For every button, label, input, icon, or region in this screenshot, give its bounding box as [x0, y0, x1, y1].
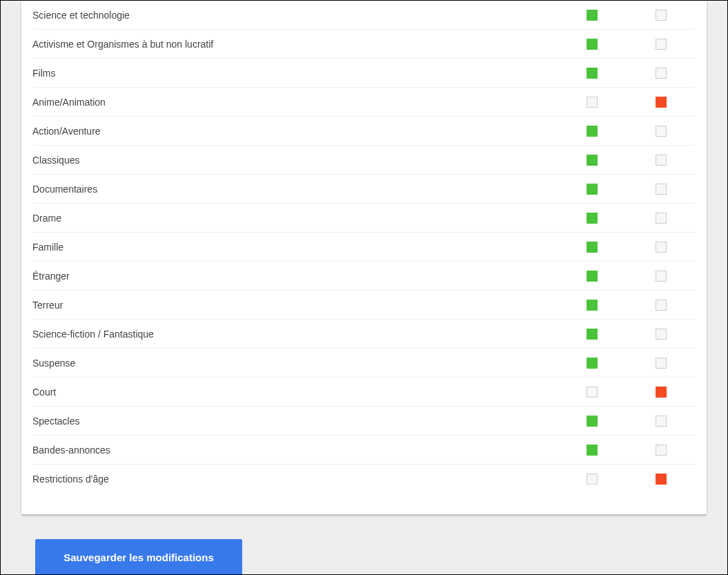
deny-column [627, 68, 696, 79]
allow-column [558, 387, 627, 398]
deny-checkbox[interactable] [656, 39, 667, 50]
category-row: Famille [32, 233, 696, 262]
allow-column [558, 213, 627, 224]
deny-column [627, 358, 696, 369]
allow-column [558, 271, 627, 282]
category-row: Étranger [32, 262, 696, 291]
deny-column [627, 271, 696, 282]
allow-checkbox[interactable] [587, 155, 598, 166]
allow-checkbox[interactable] [587, 445, 598, 456]
category-label: Court [32, 387, 558, 398]
category-label: Famille [32, 242, 558, 253]
allow-checkbox[interactable] [587, 184, 598, 195]
category-row: Court [32, 378, 696, 407]
deny-checkbox[interactable] [656, 271, 667, 282]
allow-column [558, 97, 627, 108]
deny-checkbox[interactable] [656, 97, 667, 108]
deny-column [627, 474, 696, 485]
categories-panel: Science et technologieActivisme et Organ… [21, 1, 707, 514]
category-label: Suspense [32, 358, 558, 369]
deny-checkbox[interactable] [656, 474, 667, 485]
deny-checkbox[interactable] [656, 213, 667, 224]
category-row: Science-fiction / Fantastique [32, 320, 696, 349]
deny-checkbox[interactable] [656, 184, 667, 195]
allow-column [558, 68, 627, 79]
allow-column [558, 10, 627, 21]
deny-column [627, 242, 696, 253]
deny-checkbox[interactable] [656, 155, 667, 166]
deny-checkbox[interactable] [656, 126, 667, 137]
category-row: Terreur [32, 291, 696, 320]
deny-column [627, 39, 696, 50]
deny-checkbox[interactable] [656, 358, 667, 369]
deny-checkbox[interactable] [656, 300, 667, 311]
allow-column [558, 329, 627, 340]
category-label: Anime/Animation [32, 97, 558, 108]
category-row: Restrictions d'âge [32, 465, 696, 494]
allow-checkbox[interactable] [587, 474, 598, 485]
allow-checkbox[interactable] [587, 97, 598, 108]
allow-column [558, 416, 627, 427]
category-row: Drame [32, 204, 696, 233]
category-label: Drame [32, 213, 558, 224]
category-label: Action/Aventure [32, 126, 558, 137]
category-row: Activisme et Organismes à but non lucrat… [32, 30, 696, 59]
category-row: Classiques [32, 146, 696, 175]
deny-column [627, 445, 696, 456]
deny-checkbox[interactable] [656, 10, 667, 21]
category-row: Science et technologie [32, 1, 696, 30]
deny-checkbox[interactable] [656, 68, 667, 79]
allow-checkbox[interactable] [587, 300, 598, 311]
allow-checkbox[interactable] [587, 271, 598, 282]
category-label: Restrictions d'âge [32, 474, 558, 485]
category-row: Bandes-annonces [32, 436, 696, 465]
allow-checkbox[interactable] [587, 213, 598, 224]
deny-column [627, 329, 696, 340]
deny-column [627, 300, 696, 311]
allow-checkbox[interactable] [587, 387, 598, 398]
category-label: Bandes-annonces [32, 445, 558, 456]
allow-column [558, 474, 627, 485]
allow-checkbox[interactable] [587, 39, 598, 50]
category-label: Classiques [32, 155, 558, 166]
category-row: Documentaires [32, 175, 696, 204]
category-row: Spectacles [32, 407, 696, 436]
deny-column [627, 10, 696, 21]
deny-checkbox[interactable] [656, 445, 667, 456]
category-row: Suspense [32, 349, 696, 378]
allow-column [558, 445, 627, 456]
allow-column [558, 126, 627, 137]
allow-checkbox[interactable] [587, 358, 598, 369]
deny-column [627, 155, 696, 166]
allow-column [558, 358, 627, 369]
allow-column [558, 300, 627, 311]
allow-checkbox[interactable] [587, 329, 598, 340]
deny-column [627, 387, 696, 398]
allow-column [558, 184, 627, 195]
deny-column [627, 97, 696, 108]
allow-checkbox[interactable] [587, 416, 598, 427]
category-label: Terreur [32, 300, 558, 311]
deny-column [627, 184, 696, 195]
deny-checkbox[interactable] [656, 242, 667, 253]
app-frame: Science et technologieActivisme et Organ… [0, 0, 728, 575]
allow-column [558, 242, 627, 253]
deny-checkbox[interactable] [656, 416, 667, 427]
category-row: Films [32, 59, 696, 88]
allow-column [558, 155, 627, 166]
deny-column [627, 126, 696, 137]
allow-checkbox[interactable] [587, 68, 598, 79]
allow-checkbox[interactable] [587, 126, 598, 137]
category-label: Activisme et Organismes à but non lucrat… [32, 39, 558, 50]
category-label: Science et technologie [32, 10, 558, 21]
allow-checkbox[interactable] [587, 242, 598, 253]
allow-checkbox[interactable] [587, 10, 598, 21]
category-label: Films [32, 68, 558, 79]
category-label: Étranger [32, 271, 558, 282]
deny-column [627, 416, 696, 427]
deny-checkbox[interactable] [656, 387, 667, 398]
category-label: Science-fiction / Fantastique [32, 329, 558, 340]
category-row: Anime/Animation [32, 88, 696, 117]
save-button[interactable]: Sauvegarder les modifications [35, 539, 242, 575]
deny-checkbox[interactable] [656, 329, 667, 340]
